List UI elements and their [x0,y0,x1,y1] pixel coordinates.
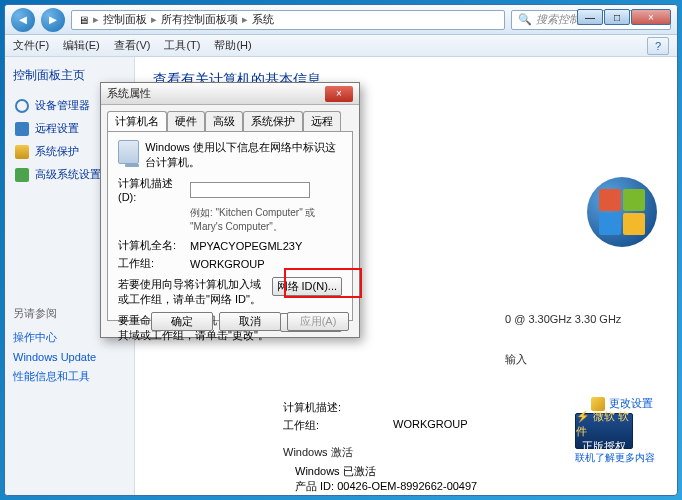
computer-description-input[interactable] [190,182,310,198]
network-id-button[interactable]: 网络 ID(N)... [272,277,343,296]
close-button[interactable]: × [631,9,671,25]
system-properties-dialog: 系统属性 × 计算机名 硬件 高级 系统保护 远程 Windows 使用以下信息… [100,82,360,338]
minimize-button[interactable]: — [577,9,603,25]
menu-file[interactable]: 文件(F) [13,38,49,53]
menu-tools[interactable]: 工具(T) [164,38,200,53]
input-suffix: 输入 [505,352,527,367]
workgroup-label: 工作组: [118,256,190,271]
remote-icon [15,122,29,136]
computer-icon [118,140,139,164]
link-performance[interactable]: 性能信息和工具 [13,366,126,387]
windows-logo [587,177,657,247]
advanced-icon [15,168,29,182]
crumb-control-panel[interactable]: 控制面板 [103,12,147,27]
menu-view[interactable]: 查看(V) [114,38,151,53]
link-windows-update[interactable]: Windows Update [13,348,126,366]
breadcrumb[interactable]: 🖥 ▸ 控制面板 ▸ 所有控制面板项 ▸ 系统 [71,10,505,30]
search-icon: 🔍 [518,13,532,26]
computer-info-block: 计算机描述: 工作组:WORKGROUP Windows 激活 Windows … [283,397,477,494]
forward-button[interactable]: ► [41,8,65,32]
tab-strip: 计算机名 硬件 高级 系统保护 远程 [101,105,359,131]
workgroup-value: WORKGROUP [190,258,265,270]
apply-button[interactable]: 应用(A) [287,312,349,331]
crumb-system[interactable]: 系统 [252,12,274,27]
sidebar-item-label: 高级系统设置 [35,167,101,182]
desc-example: 例如: "Kitchen Computer" 或 "Mary's Compute… [190,206,342,234]
dialog-titlebar[interactable]: 系统属性 × [101,83,359,105]
help-icon[interactable]: ? [647,37,669,55]
dialog-close-button[interactable]: × [325,86,353,102]
computer-icon: 🖥 [78,14,89,26]
tab-remote[interactable]: 远程 [303,111,341,131]
network-id-text: 若要使用向导将计算机加入域或工作组，请单击"网络 ID"。 [118,277,266,307]
cpu-info: 0 @ 3.30GHz 3.30 GHz [505,313,621,325]
gear-icon [15,99,29,113]
desc-label: 计算机描述: [283,400,393,415]
tab-protection[interactable]: 系统保护 [243,111,303,131]
tab-hardware[interactable]: 硬件 [167,111,205,131]
dialog-title: 系统属性 [107,86,325,101]
genuine-learn-more-link[interactable]: 联机了解更多内容 [575,451,655,465]
menu-edit[interactable]: 编辑(E) [63,38,100,53]
genuine-badge: ⚡ 微软 软件 正版授权 联机了解更多内容 [575,413,655,465]
cancel-button[interactable]: 取消 [219,312,281,331]
desc-label: 计算机描述(D): [118,176,190,203]
menu-help[interactable]: 帮助(H) [214,38,251,53]
tab-advanced[interactable]: 高级 [205,111,243,131]
tab-pane: Windows 使用以下信息在网络中标识这台计算机。 计算机描述(D): 例如:… [107,131,353,321]
window-controls: — □ × [577,9,671,25]
crumb-all-items[interactable]: 所有控制面板项 [161,12,238,27]
activation-heading: Windows 激活 [283,445,477,460]
product-id: 产品 ID: 00426-OEM-8992662-00497 [295,479,477,494]
fullname-label: 计算机全名: [118,238,190,253]
sidebar-item-label: 远程设置 [35,121,79,136]
menu-bar: 文件(F) 编辑(E) 查看(V) 工具(T) 帮助(H) ? [5,35,677,57]
sidebar-item-label: 系统保护 [35,144,79,159]
dialog-note: Windows 使用以下信息在网络中标识这台计算机。 [145,140,342,170]
back-button[interactable]: ◄ [11,8,35,32]
tab-computer-name[interactable]: 计算机名 [107,111,167,131]
workgroup-value: WORKGROUP [393,418,468,433]
sidebar-item-label: 设备管理器 [35,98,90,113]
dialog-buttons: 确定 取消 应用(A) [101,312,359,331]
activation-status: Windows 已激活 [295,464,477,479]
ok-button[interactable]: 确定 [151,312,213,331]
shield-icon [15,145,29,159]
maximize-button[interactable]: □ [604,9,630,25]
workgroup-label: 工作组: [283,418,393,433]
fullname-value: MPYACYOPEGML23Y [190,240,302,252]
